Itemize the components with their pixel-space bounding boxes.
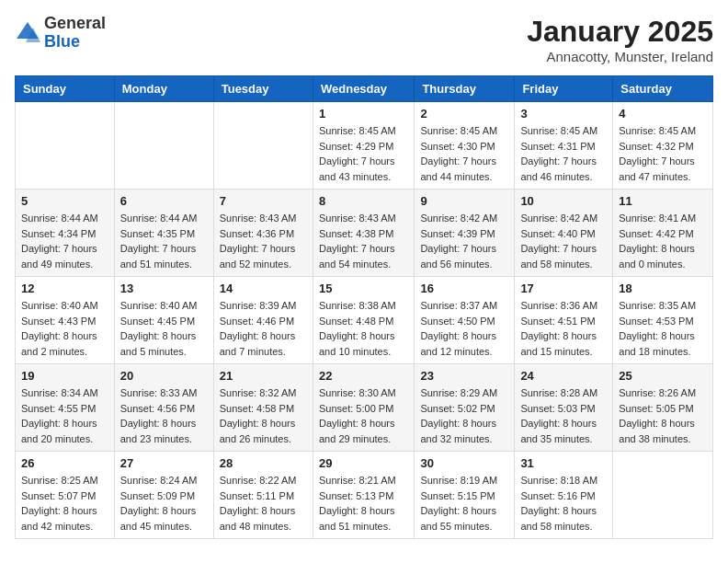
cell-line: and 43 minutes. (319, 169, 408, 185)
cell-line: and 44 minutes. (420, 169, 508, 185)
calendar-cell: 27Sunrise: 8:24 AMSunset: 5:09 PMDayligh… (114, 452, 213, 539)
day-number: 28 (220, 456, 307, 470)
day-number: 24 (520, 369, 607, 383)
cell-line: Sunset: 4:43 PM (21, 314, 108, 329)
calendar-cell: 7Sunrise: 8:43 AMSunset: 4:36 PMDaylight… (213, 190, 313, 277)
cell-content: Sunrise: 8:45 AMSunset: 4:31 PMDaylight:… (520, 123, 607, 184)
calendar-cell: 19Sunrise: 8:34 AMSunset: 4:55 PMDayligh… (16, 364, 115, 452)
cell-content: Sunrise: 8:26 AMSunset: 5:05 PMDaylight:… (619, 385, 707, 446)
cell-line: Sunset: 4:48 PM (319, 314, 408, 329)
cell-line: and 45 minutes. (120, 519, 208, 534)
cell-content: Sunrise: 8:30 AMSunset: 5:00 PMDaylight:… (319, 385, 408, 446)
cell-line: and 2 minutes. (21, 344, 108, 360)
cell-line: and 56 minutes. (420, 257, 508, 272)
cell-line: Sunrise: 8:33 AM (120, 385, 208, 401)
cell-content: Sunrise: 8:29 AMSunset: 5:02 PMDaylight:… (420, 385, 508, 446)
cell-line: Sunset: 4:51 PM (520, 314, 607, 329)
cell-line: Daylight: 8 hours (420, 328, 508, 344)
cell-line: Daylight: 8 hours (619, 241, 707, 257)
cell-line: and 20 minutes. (21, 431, 108, 447)
calendar-cell: 20Sunrise: 8:33 AMSunset: 4:56 PMDayligh… (114, 364, 213, 452)
cell-content: Sunrise: 8:43 AMSunset: 4:36 PMDaylight:… (220, 211, 307, 271)
cell-content: Sunrise: 8:43 AMSunset: 4:38 PMDaylight:… (319, 211, 408, 271)
cell-line: and 49 minutes. (21, 257, 108, 272)
calendar-cell: 22Sunrise: 8:30 AMSunset: 5:00 PMDayligh… (313, 364, 414, 452)
calendar-week-1: 1Sunrise: 8:45 AMSunset: 4:29 PMDaylight… (16, 102, 713, 190)
cell-line: Sunrise: 8:29 AM (420, 385, 508, 401)
cell-line: Sunrise: 8:41 AM (619, 211, 707, 226)
cell-content: Sunrise: 8:45 AMSunset: 4:30 PMDaylight:… (420, 123, 508, 184)
cell-line: and 38 minutes. (619, 431, 707, 447)
logo-blue-text: Blue (44, 32, 80, 51)
calendar-cell: 26Sunrise: 8:25 AMSunset: 5:07 PMDayligh… (16, 452, 115, 539)
cell-line: Sunrise: 8:42 AM (520, 211, 607, 226)
cell-content: Sunrise: 8:37 AMSunset: 4:50 PMDaylight:… (420, 298, 508, 359)
cell-line: Sunset: 4:45 PM (120, 314, 208, 329)
day-number: 22 (319, 369, 408, 383)
cell-line: and 54 minutes. (319, 257, 408, 272)
calendar-cell: 12Sunrise: 8:40 AMSunset: 4:43 PMDayligh… (16, 277, 115, 364)
calendar-cell: 14Sunrise: 8:39 AMSunset: 4:46 PMDayligh… (213, 277, 313, 364)
day-number: 9 (420, 194, 508, 208)
cell-line: Sunset: 4:34 PM (21, 226, 108, 242)
calendar-cell: 30Sunrise: 8:19 AMSunset: 5:15 PMDayligh… (415, 452, 515, 539)
cell-line: Daylight: 8 hours (21, 328, 108, 344)
cell-line: Sunset: 4:56 PM (120, 401, 208, 417)
cell-content: Sunrise: 8:40 AMSunset: 4:43 PMDaylight:… (21, 298, 108, 359)
cell-line: Sunrise: 8:40 AM (21, 298, 108, 314)
cell-line: Sunrise: 8:39 AM (220, 298, 307, 314)
calendar-cell: 23Sunrise: 8:29 AMSunset: 5:02 PMDayligh… (415, 364, 515, 452)
cell-line: and 5 minutes. (120, 344, 208, 360)
calendar-cell: 16Sunrise: 8:37 AMSunset: 4:50 PMDayligh… (415, 277, 515, 364)
location-subtitle: Annacotty, Munster, Ireland (527, 49, 713, 64)
cell-content: Sunrise: 8:38 AMSunset: 4:48 PMDaylight:… (319, 298, 408, 359)
calendar-cell: 24Sunrise: 8:28 AMSunset: 5:03 PMDayligh… (515, 364, 613, 452)
calendar-cell: 8Sunrise: 8:43 AMSunset: 4:38 PMDaylight… (313, 190, 414, 277)
cell-line: Daylight: 7 hours (619, 154, 707, 169)
cell-line: Sunset: 4:55 PM (21, 401, 108, 417)
cell-line: Daylight: 8 hours (319, 416, 408, 431)
calendar-cell: 25Sunrise: 8:26 AMSunset: 5:05 PMDayligh… (613, 364, 713, 452)
day-number: 20 (120, 369, 208, 383)
cell-line: Daylight: 7 hours (220, 241, 307, 257)
weekday-header-saturday: Saturday (613, 76, 713, 102)
day-number: 12 (21, 282, 108, 295)
cell-line: Sunset: 4:30 PM (420, 139, 508, 155)
cell-line: Sunset: 5:11 PM (220, 488, 307, 504)
calendar-cell: 2Sunrise: 8:45 AMSunset: 4:30 PMDaylight… (415, 102, 515, 190)
calendar-cell: 9Sunrise: 8:42 AMSunset: 4:39 PMDaylight… (415, 190, 515, 277)
calendar-week-2: 5Sunrise: 8:44 AMSunset: 4:34 PMDaylight… (16, 190, 713, 277)
day-number: 18 (619, 282, 707, 295)
day-number: 6 (120, 194, 208, 208)
calendar-cell: 13Sunrise: 8:40 AMSunset: 4:45 PMDayligh… (114, 277, 213, 364)
cell-line: Sunrise: 8:40 AM (120, 298, 208, 314)
day-number: 26 (21, 456, 108, 470)
cell-line: Sunrise: 8:26 AM (619, 385, 707, 401)
cell-line: Sunset: 4:58 PM (220, 401, 307, 417)
weekday-header-tuesday: Tuesday (213, 76, 313, 102)
cell-line: and 47 minutes. (619, 169, 707, 185)
cell-content: Sunrise: 8:18 AMSunset: 5:16 PMDaylight:… (520, 473, 607, 534)
day-number: 13 (120, 282, 208, 295)
cell-line: Sunset: 5:09 PM (120, 488, 208, 504)
day-number: 11 (619, 194, 707, 208)
cell-line: and 10 minutes. (319, 344, 408, 360)
logo: General Blue (15, 15, 106, 52)
day-number: 2 (420, 107, 508, 121)
cell-line: and 52 minutes. (220, 257, 307, 272)
day-number: 21 (220, 369, 307, 383)
calendar-cell: 5Sunrise: 8:44 AMSunset: 4:34 PMDaylight… (16, 190, 115, 277)
cell-line: Sunrise: 8:35 AM (619, 298, 707, 314)
calendar-cell: 29Sunrise: 8:21 AMSunset: 5:13 PMDayligh… (313, 452, 414, 539)
cell-line: and 32 minutes. (420, 431, 508, 447)
day-number: 29 (319, 456, 408, 470)
cell-line: Sunset: 4:35 PM (120, 226, 208, 242)
cell-line: and 12 minutes. (420, 344, 508, 360)
weekday-header-thursday: Thursday (415, 76, 515, 102)
cell-line: and 0 minutes. (619, 257, 707, 272)
day-number: 23 (420, 369, 508, 383)
day-number: 1 (319, 107, 408, 121)
day-number: 5 (21, 194, 108, 208)
day-number: 31 (520, 456, 607, 470)
cell-line: and 55 minutes. (420, 519, 508, 534)
